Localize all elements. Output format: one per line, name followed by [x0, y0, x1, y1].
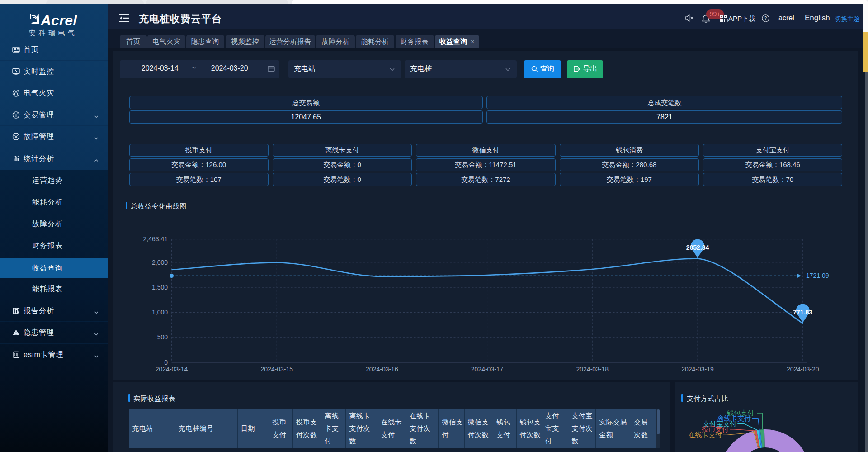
svg-text:2024-03-20: 2024-03-20 [787, 366, 819, 373]
svg-text:2052.84: 2052.84 [686, 244, 709, 251]
svg-text:1,500: 1,500 [152, 284, 168, 291]
svg-text:2024-03-14: 2024-03-14 [156, 366, 188, 373]
svg-text:500: 500 [157, 333, 168, 341]
svg-text:2,000: 2,000 [152, 259, 168, 266]
svg-text:0: 0 [164, 359, 168, 366]
svg-text:2024-03-16: 2024-03-16 [366, 366, 398, 373]
svg-text:2,463.41: 2,463.41 [143, 235, 168, 243]
svg-text:2024-03-19: 2024-03-19 [681, 366, 714, 373]
svg-text:2024-03-15: 2024-03-15 [260, 366, 293, 373]
svg-text:在线卡支付: 在线卡支付 [688, 431, 722, 438]
svg-text:2024-03-18: 2024-03-18 [576, 366, 609, 373]
svg-text:2024-03-17: 2024-03-17 [471, 366, 504, 373]
svg-text:?: ? [764, 16, 767, 21]
svg-text:Acrel: Acrel [40, 12, 77, 29]
svg-text:1,000: 1,000 [152, 309, 168, 316]
svg-text:1721.09: 1721.09 [806, 272, 829, 279]
svg-text:771.83: 771.83 [793, 309, 812, 316]
